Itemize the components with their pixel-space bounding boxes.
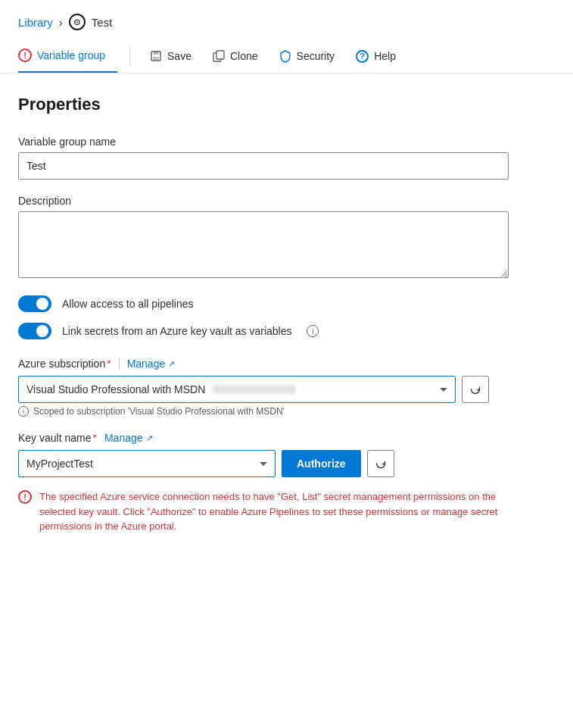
keyvault-dropdown-row: MyProjectTest Authorize — [18, 450, 555, 477]
keyvault-info-icon[interactable]: i — [307, 325, 319, 337]
security-label: Security — [297, 50, 335, 62]
help-button[interactable]: ? Help — [345, 39, 406, 72]
save-button[interactable]: Save — [139, 39, 202, 71]
toggle-pipelines-row: Allow access to all pipelines — [18, 295, 555, 312]
svg-rect-2 — [153, 57, 159, 60]
scoped-note: i Scoped to subscription 'Visual Studio … — [18, 406, 555, 417]
help-label: Help — [374, 50, 396, 62]
keyvault-chevron-down-icon — [260, 462, 267, 466]
svg-rect-4 — [216, 51, 224, 59]
toggles-section: Allow access to all pipelines Link secre… — [18, 295, 555, 339]
keyvault-refresh-button[interactable] — [367, 450, 394, 477]
toggle-keyvault[interactable] — [18, 323, 51, 339]
header-divider — [119, 358, 120, 370]
warning-block: ! The specified Azure service connection… — [18, 489, 509, 534]
subscription-dropdown[interactable]: Visual Studio Professional with MSDN — [18, 376, 456, 403]
authorize-button[interactable]: Authorize — [282, 450, 361, 477]
breadcrumb-icon: ⊙ — [69, 14, 86, 30]
shield-icon — [279, 50, 291, 63]
toggle-pipelines[interactable] — [18, 295, 51, 312]
azure-subscription-section: Azure subscription* Manage ↗ Visual Stud… — [18, 358, 555, 417]
keyvault-refresh-icon — [375, 458, 387, 470]
manage-subscription-link[interactable]: Manage ↗ — [127, 358, 176, 370]
scoped-info-icon: i — [18, 406, 29, 417]
description-input[interactable] — [18, 211, 509, 278]
keyvault-label: Key vault name* — [18, 432, 97, 444]
breadcrumb-separator: › — [59, 16, 63, 29]
required-marker: * — [107, 358, 111, 370]
refresh-icon — [469, 383, 481, 395]
keyvault-header: Key vault name* Manage ↗ — [18, 432, 555, 444]
description-field: Description — [18, 195, 555, 280]
page-title: Properties — [18, 95, 555, 114]
keyvault-dropdown[interactable]: MyProjectTest — [18, 450, 276, 477]
keyvault-required-marker: * — [93, 432, 97, 444]
breadcrumb-current: Test — [92, 16, 113, 29]
security-button[interactable]: Security — [269, 39, 346, 72]
blurred-subscription-id — [213, 385, 296, 394]
help-icon: ? — [356, 50, 369, 63]
azure-subscription-label: Azure subscription* — [18, 358, 111, 370]
warning-icon: ! — [18, 48, 32, 62]
main-content: Properties Variable group name Descripti… — [0, 73, 573, 567]
clone-label: Clone — [230, 50, 258, 62]
scoped-note-text: Scoped to subscription 'Visual Studio Pr… — [33, 406, 285, 417]
toggle-pipelines-label: Allow access to all pipelines — [62, 298, 194, 310]
toolbar: ! Variable group Save Clone Security ? H… — [0, 38, 573, 73]
keyvault-section: Key vault name* Manage ↗ MyProjectTest A… — [18, 432, 555, 534]
clone-button[interactable]: Clone — [202, 39, 269, 71]
keyvault-value: MyProjectTest — [26, 458, 93, 470]
breadcrumb: Library › ⊙ Test — [0, 0, 573, 38]
subscription-dropdown-row: Visual Studio Professional with MSDN — [18, 376, 555, 403]
tab-variable-group[interactable]: ! Variable group — [18, 38, 117, 73]
clone-icon — [213, 50, 225, 62]
external-link-icon: ↗ — [168, 359, 175, 369]
description-label: Description — [18, 195, 555, 207]
chevron-down-icon — [440, 388, 447, 392]
breadcrumb-library[interactable]: Library — [18, 16, 53, 29]
variable-group-name-input[interactable] — [18, 152, 509, 180]
warning-text: The specified Azure service connection n… — [39, 489, 509, 534]
subscription-refresh-button[interactable] — [462, 376, 489, 403]
warning-icon: ! — [18, 490, 32, 504]
subscription-header: Azure subscription* Manage ↗ — [18, 358, 555, 370]
toggle-keyvault-row: Link secrets from an Azure key vault as … — [18, 323, 555, 339]
keyvault-external-link-icon: ↗ — [146, 433, 153, 443]
tab-variable-group-label: Variable group — [37, 49, 105, 61]
save-label: Save — [167, 50, 192, 62]
subscription-value: Visual Studio Professional with MSDN — [26, 383, 205, 395]
manage-keyvault-link[interactable]: Manage ↗ — [104, 432, 153, 444]
variable-group-name-field: Variable group name — [18, 136, 555, 180]
save-icon — [150, 50, 162, 62]
svg-rect-1 — [154, 52, 158, 55]
toolbar-divider — [129, 45, 130, 66]
variable-group-name-label: Variable group name — [18, 136, 555, 148]
toggle-keyvault-label: Link secrets from an Azure key vault as … — [62, 325, 291, 337]
